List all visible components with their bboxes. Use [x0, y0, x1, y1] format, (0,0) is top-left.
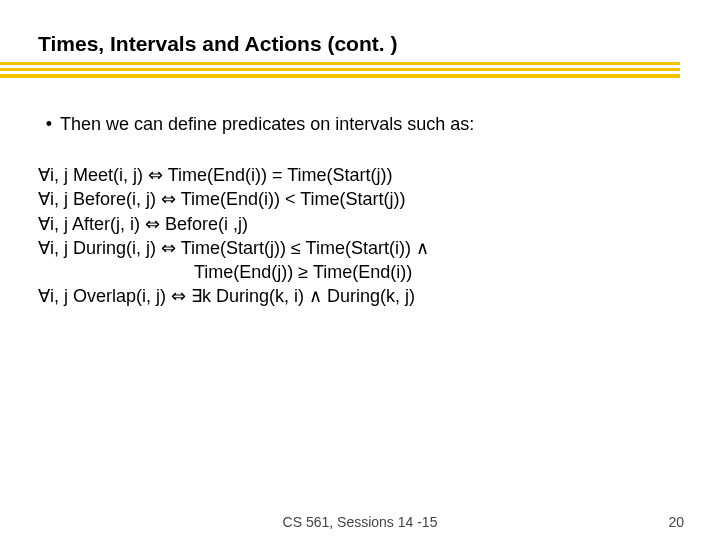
bullet-item: • Then we can define predicates on inter… — [38, 114, 680, 135]
predicate-line-continuation: Time(End(j)) ≥ Time(End(i)) — [38, 260, 680, 284]
bullet-text: Then we can define predicates on interva… — [60, 114, 474, 135]
title-block: Times, Intervals and Actions (cont. ) — [38, 32, 397, 56]
footer-page-number: 20 — [668, 514, 684, 530]
content-area: • Then we can define predicates on inter… — [38, 114, 680, 309]
footer-course: CS 561, Sessions 14 -15 — [283, 514, 438, 530]
predicate-line: ∀i, j Overlap(i, j) ⇔ ∃k During(k, i) ∧ … — [38, 284, 680, 308]
slide: Times, Intervals and Actions (cont. ) • … — [0, 0, 720, 540]
title-underline — [0, 62, 680, 86]
predicate-line: ∀i, j After(j, i) ⇔ Before(i ,j) — [38, 212, 680, 236]
page-title: Times, Intervals and Actions (cont. ) — [38, 32, 397, 56]
predicate-list: ∀i, j Meet(i, j) ⇔ Time(End(i)) = Time(S… — [38, 163, 680, 309]
predicate-line: ∀i, j Meet(i, j) ⇔ Time(End(i)) = Time(S… — [38, 163, 680, 187]
predicate-line: ∀i, j During(i, j) ⇔ Time(Start(j)) ≤ Ti… — [38, 236, 680, 260]
predicate-line: ∀i, j Before(i, j) ⇔ Time(End(i)) < Time… — [38, 187, 680, 211]
bullet-marker: • — [38, 114, 60, 135]
